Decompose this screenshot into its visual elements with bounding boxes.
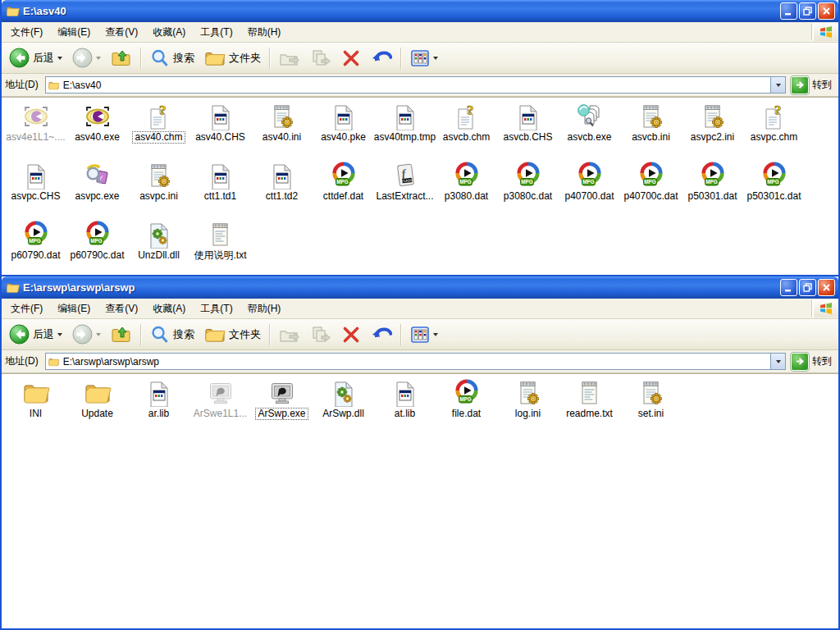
file-item[interactable]: MPGp60790.dat (5, 221, 66, 275)
file-item[interactable]: asv40.exe (66, 103, 128, 162)
go-button[interactable]: 转到 (791, 353, 835, 371)
file-item[interactable]: MPGp60790c.dat (66, 221, 128, 275)
svg-text:MPG: MPG (582, 179, 595, 185)
address-input[interactable]: E:\asv40 (45, 76, 786, 94)
copy-to-button[interactable] (306, 46, 336, 71)
copy-to-button[interactable] (306, 322, 336, 347)
minimize-button[interactable] (780, 279, 797, 296)
menu-item[interactable]: 工具(T) (193, 24, 240, 41)
file-item[interactable]: MPGp40700c.dat (620, 162, 682, 221)
file-item[interactable]: asv40tmp.tmp (374, 103, 436, 162)
move-to-button[interactable] (275, 322, 304, 347)
file-item[interactable]: MPGp3080.dat (436, 162, 497, 221)
folders-button[interactable]: 文件夹 (200, 322, 265, 347)
file-item[interactable]: INI (5, 379, 66, 438)
file-item[interactable]: MPGfile.dat (436, 379, 497, 438)
up-button[interactable] (107, 46, 136, 71)
file-item[interactable]: asv40.ini (251, 103, 313, 162)
menu-item[interactable]: 收藏(A) (145, 24, 193, 41)
restore-button[interactable] (799, 279, 816, 296)
forward-button[interactable] (68, 46, 105, 71)
menu-item[interactable]: 文件(F) (3, 300, 50, 317)
menu-item[interactable]: 收藏(A) (145, 300, 193, 317)
help-file-icon: ? (760, 103, 788, 130)
file-item[interactable]: asv40.CHS (189, 103, 251, 162)
system-file-icon (391, 103, 419, 130)
delete-button[interactable] (337, 46, 365, 71)
file-item[interactable]: fasvpc.exe (66, 162, 128, 221)
config-file-icon (145, 162, 173, 189)
file-list-area[interactable]: asv4e1L1~....asv40.exe?asv40.chmasv40.CH… (2, 97, 838, 275)
titlebar[interactable]: E:\arswp\arswp\arswp (2, 276, 838, 299)
file-item[interactable]: readme.txt (559, 379, 620, 438)
close-button[interactable] (818, 279, 835, 296)
up-button[interactable] (107, 322, 136, 347)
folders-button[interactable]: 文件夹 (200, 46, 265, 71)
file-label: asvcb.exe (565, 132, 613, 143)
file-item[interactable]: ArSwe1L1... (189, 379, 251, 438)
file-item[interactable]: asv4e1L1~.... (5, 103, 66, 162)
menu-item[interactable]: 工具(T) (193, 300, 240, 317)
views-button[interactable] (406, 322, 442, 347)
undo-button[interactable] (367, 46, 396, 71)
search-button[interactable]: 搜索 (146, 322, 199, 347)
monitor-icon (268, 379, 296, 407)
file-item[interactable]: set.ini (620, 379, 682, 438)
file-item[interactable]: ?asvcb.chm (436, 103, 497, 162)
back-button[interactable]: 后退 (5, 322, 66, 347)
file-item[interactable]: asvpc.ini (128, 162, 189, 221)
file-item[interactable]: MPGcttdef.dat (313, 162, 374, 221)
menu-item[interactable]: 帮助(H) (240, 24, 289, 41)
menu-item[interactable]: 查看(V) (98, 300, 145, 317)
file-item[interactable]: log.ini (497, 379, 559, 438)
file-item[interactable]: ArSwp.dll (313, 379, 374, 438)
menu-item[interactable]: 查看(V) (98, 24, 145, 41)
file-item[interactable]: ?asvpc.chm (743, 103, 805, 162)
forward-button[interactable] (68, 322, 105, 347)
file-item[interactable]: MPGp3080c.dat (497, 162, 559, 221)
svg-text:?: ? (774, 103, 782, 118)
close-button[interactable] (818, 2, 835, 20)
file-item[interactable]: asvpc.CHS (5, 162, 66, 221)
file-item[interactable]: 使用说明.txt (189, 221, 251, 275)
address-dropdown-button[interactable] (770, 354, 785, 369)
file-list-area[interactable]: INIUpdatear.libArSwe1L1...ArSwp.exeArSwp… (2, 373, 838, 628)
file-item[interactable]: asv40.pke (313, 103, 374, 162)
titlebar[interactable]: E:\asv40 (2, 0, 838, 22)
file-item[interactable]: asvcb.CHS (497, 103, 559, 162)
menu-item[interactable]: 编辑(E) (50, 24, 98, 41)
address-input[interactable]: E:\arswp\arswp\arswp (45, 353, 786, 370)
file-item[interactable]: at.lib (374, 379, 436, 438)
go-button[interactable]: 转到 (791, 76, 835, 94)
restore-button[interactable] (799, 2, 816, 20)
file-item[interactable]: MPGp50301c.dat (743, 162, 805, 221)
search-button[interactable]: 搜索 (146, 46, 199, 71)
media-file-icon: MPG (699, 162, 727, 189)
minimize-button[interactable] (780, 2, 797, 20)
file-item[interactable]: fFLASHLastExtract... (374, 162, 436, 221)
file-item[interactable]: MPGp50301.dat (682, 162, 743, 221)
file-item[interactable]: ?asv40.chm (128, 103, 189, 162)
file-item[interactable]: ctt1.td2 (251, 162, 313, 221)
file-item[interactable]: ctt1.td1 (189, 162, 251, 221)
address-dropdown-button[interactable] (770, 77, 785, 93)
menu-item[interactable]: 帮助(H) (240, 300, 289, 317)
file-item[interactable]: asvcb.exe (559, 103, 620, 162)
menu-item[interactable]: 文件(F) (3, 24, 50, 41)
file-item[interactable]: asvpc2.ini (682, 103, 743, 162)
back-button[interactable]: 后退 (5, 46, 66, 71)
file-label: asv40.chm (133, 132, 184, 143)
move-to-button[interactable] (275, 46, 304, 71)
file-item[interactable]: ar.lib (128, 379, 189, 438)
svg-text:?: ? (467, 103, 474, 118)
file-item[interactable]: ArSwp.exe (251, 379, 313, 438)
file-label: ArSwp.exe (256, 409, 307, 419)
menu-item[interactable]: 编辑(E) (50, 300, 98, 317)
delete-button[interactable] (337, 322, 365, 347)
file-item[interactable]: MPGp40700.dat (559, 162, 620, 221)
file-item[interactable]: Update (66, 379, 128, 438)
file-item[interactable]: asvcb.ini (620, 103, 682, 162)
undo-button[interactable] (367, 322, 396, 347)
views-button[interactable] (406, 46, 442, 71)
file-item[interactable]: UnzDll.dll (128, 221, 189, 275)
